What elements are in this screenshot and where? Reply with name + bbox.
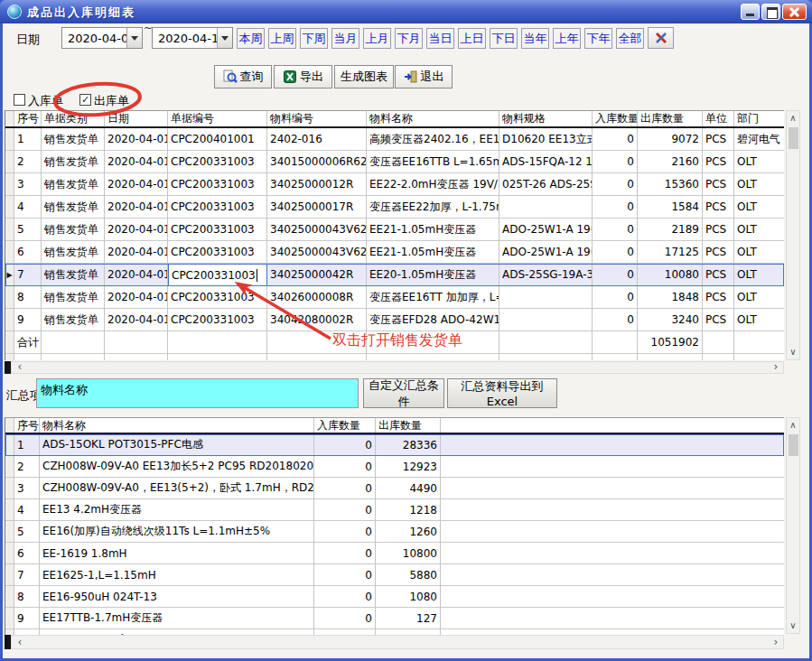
table-cell[interactable]: 0 — [314, 434, 376, 456]
table-cell[interactable]: PCS — [703, 241, 734, 264]
table-cell[interactable]: 34025000017R — [267, 196, 367, 219]
column-header[interactable]: 物料名称 — [40, 418, 314, 433]
tools-button[interactable] — [648, 27, 674, 49]
table-cell[interactable]: 1218 — [376, 499, 441, 521]
export-button[interactable]: 导出 — [274, 65, 332, 88]
scroll-right-icon[interactable]: › — [770, 636, 782, 647]
row-indicator[interactable] — [5, 434, 14, 456]
table-cell[interactable]: 销售发货单 — [42, 128, 105, 151]
table-cell[interactable]: 0 — [314, 456, 376, 478]
table-cell[interactable]: CPC200331003 — [168, 219, 267, 241]
table-cell[interactable]: EE13 4.2mH变压器 — [40, 499, 314, 521]
table-cell[interactable]: 0 — [314, 543, 376, 564]
table-cell[interactable] — [14, 354, 42, 360]
table-cell[interactable] — [42, 354, 105, 360]
table-cell[interactable]: EE1625-1,L=1.15mH — [40, 564, 314, 586]
table-row[interactable]: 1ADS-15OKL POT3015-PFC电感028336 — [5, 434, 784, 456]
scroll-left-icon[interactable]: ‹ — [14, 636, 26, 647]
scroll-right-icon[interactable]: › — [770, 362, 782, 373]
table-cell[interactable]: 0 — [314, 586, 376, 608]
row-indicator[interactable] — [5, 196, 14, 219]
row-indicator[interactable] — [5, 128, 14, 151]
table-cell[interactable]: 销售发货单 — [42, 219, 105, 241]
table-cell[interactable]: 6 — [14, 241, 42, 264]
row-filler[interactable] — [441, 608, 784, 629]
table-cell[interactable]: 8 — [14, 586, 40, 608]
custom-summary-button[interactable]: 自定义汇总条件 — [363, 378, 444, 408]
table-cell[interactable]: 2020-04-01 — [105, 286, 168, 309]
table-cell[interactable]: ADS-15OKL POT3015-PFC电感 — [40, 434, 314, 456]
row-indicator-header[interactable] — [5, 418, 14, 433]
column-header[interactable]: 出库数量 — [376, 418, 441, 433]
table-cell[interactable]: 4490 — [376, 478, 441, 499]
summary-table-hscrollbar[interactable]: ‹ › — [11, 635, 784, 649]
table-cell[interactable]: 9 — [14, 608, 40, 629]
table-cell[interactable] — [105, 354, 168, 360]
row-indicator[interactable] — [5, 241, 14, 264]
table-cell[interactable]: OLT — [734, 151, 784, 173]
detail-table-vscrollbar[interactable]: ∧ ∨ — [786, 110, 800, 360]
table-cell[interactable]: PCS — [703, 264, 734, 286]
table-cell[interactable] — [499, 286, 593, 309]
row-indicator[interactable] — [5, 173, 14, 196]
table-cell[interactable]: ADO-25W1-A 19(X — [499, 219, 593, 241]
table-cell[interactable]: 9072 — [638, 128, 703, 151]
table-cell[interactable]: 0 — [593, 286, 638, 309]
table-cell[interactable] — [267, 354, 367, 360]
row-indicator[interactable] — [5, 309, 14, 331]
table-row[interactable]: 2CZH008W-09V-A0 EE13加长5+2 PC95 RD2018020… — [5, 456, 784, 478]
row-indicator-header[interactable] — [5, 111, 14, 126]
date-nav-button[interactable]: 全部 — [616, 28, 644, 49]
table-cell[interactable]: 2020-04-01 — [105, 173, 168, 196]
chevron-down-icon[interactable] — [217, 28, 232, 48]
table-row[interactable]: 2销售发货单2020-04-01CPC20033100334015000006R… — [5, 151, 784, 173]
table-cell[interactable]: 2020-04-01 — [105, 309, 168, 331]
scroll-left-icon[interactable]: ‹ — [14, 362, 26, 373]
inbound-checkbox[interactable] — [14, 94, 25, 106]
table-cell[interactable]: 碧河电气 — [734, 128, 784, 151]
table-cell[interactable]: 3240 — [638, 309, 703, 331]
minimize-button[interactable] — [741, 4, 760, 20]
total-label-cell[interactable]: 合计 — [14, 331, 42, 354]
splitter-handle[interactable] — [5, 361, 11, 374]
date-nav-button[interactable]: 下年 — [584, 28, 612, 49]
date-nav-button[interactable]: 下周 — [300, 28, 328, 49]
table-cell[interactable]: 2160 — [638, 151, 703, 173]
column-header[interactable]: 出库数量 — [638, 111, 703, 126]
table-row[interactable]: 4销售发货单2020-04-01CPC20033100334025000017R… — [5, 196, 784, 219]
column-header[interactable]: 入库数量 — [593, 111, 638, 126]
table-cell[interactable]: 变压器EE16TTB L=1.65mH — [367, 151, 499, 173]
table-cell[interactable]: 15360 — [638, 173, 703, 196]
column-header[interactable]: 单据编号 — [168, 111, 267, 126]
table-cell[interactable]: 10080 — [638, 264, 703, 286]
table-cell[interactable]: EE20-1.05mH变压器 — [367, 264, 499, 286]
table-cell[interactable]: CZH008W-09V-A0 EE13加长5+2 PC95 RD20180202 — [40, 456, 314, 478]
table-cell[interactable]: 1848 — [638, 286, 703, 309]
table-cell[interactable] — [734, 354, 784, 360]
table-cell[interactable]: 销售发货单 — [42, 151, 105, 173]
table-cell[interactable]: 1260 — [376, 521, 441, 543]
row-indicator[interactable] — [5, 456, 14, 478]
column-header[interactable]: 日期 — [105, 111, 168, 126]
table-cell[interactable]: 2 — [14, 151, 42, 173]
table-row[interactable]: 9销售发货单2020-04-01CPC20033100334042080002R… — [5, 309, 784, 331]
table-cell[interactable]: EE22-2.0mH变压器 19V/1. — [367, 173, 499, 196]
table-cell[interactable] — [499, 354, 593, 360]
date-nav-button[interactable]: 当月 — [331, 28, 359, 49]
table-cell[interactable]: 0 — [314, 499, 376, 521]
table-cell[interactable] — [105, 331, 168, 354]
table-cell[interactable]: 025T-26 ADS-25S — [499, 173, 593, 196]
table-cell[interactable]: 7 — [14, 564, 40, 586]
date-nav-button[interactable]: 上月 — [363, 28, 391, 49]
row-filler[interactable] — [441, 521, 784, 543]
table-cell[interactable]: 34026000008R — [267, 286, 367, 309]
date-nav-button[interactable]: 上年 — [553, 28, 581, 49]
table-cell[interactable]: 34042080002R — [267, 309, 367, 331]
table-cell[interactable]: 6 — [14, 543, 40, 564]
table-cell[interactable]: 5 — [14, 219, 42, 241]
table-cell[interactable]: CPC200401001 — [168, 128, 267, 151]
table-cell[interactable]: OLT — [734, 219, 784, 241]
table-cell[interactable]: OLT — [734, 173, 784, 196]
table-cell[interactable]: 34025000042R — [267, 264, 367, 286]
generate-chart-button[interactable]: 生成图表 — [334, 65, 394, 88]
